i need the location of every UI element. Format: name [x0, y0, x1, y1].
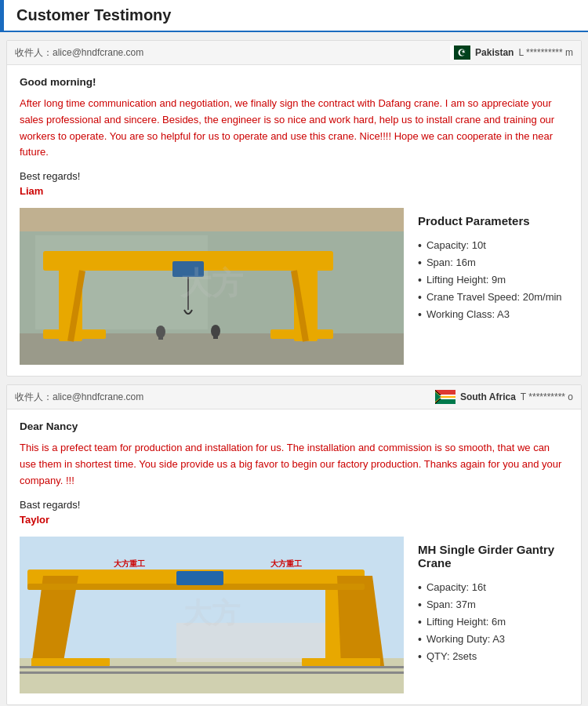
params-list-2: Capacity: 16tSpan: 37mLifting Height: 6m… [418, 579, 565, 665]
author-2: Taylor [20, 514, 568, 526]
card-body-1: Good morning! After long time communicat… [7, 65, 581, 376]
svg-rect-56 [31, 658, 110, 666]
param-item-2-3: Lifting Height: 6m [418, 613, 565, 631]
regards-1: Best regards! [20, 170, 568, 182]
greeting-1: Good morning! [20, 76, 568, 88]
southafrica-flag [435, 390, 456, 404]
svg-rect-45 [20, 671, 404, 674]
greeting-2: Dear Nancy [20, 420, 568, 432]
param-item-1-3: Lifting Height: 9m [418, 271, 565, 289]
svg-text:大方重工: 大方重工 [113, 559, 145, 568]
message-2: This is a prefect team for production an… [20, 440, 568, 489]
email-country-2: South Africa T ********** o [435, 390, 573, 404]
email-from-1: 收件人：alice@hndfcrane.com [15, 46, 143, 60]
svg-rect-57 [302, 658, 380, 666]
product-params-1: Product Parameters Capacity: 10tSpan: 16… [415, 208, 568, 329]
page-title: Customer Testimony [16, 6, 171, 24]
param-item-2-2: Span: 37m [418, 596, 565, 613]
message-1: After long time communication and negoti… [20, 96, 568, 161]
country-name-1: Pakistan [475, 47, 514, 58]
svg-text:大方: 大方 [179, 265, 244, 300]
testimony-card-2: 收件人：alice@hndfcrane.com South Africa T *… [6, 384, 582, 704]
email-bar-1: 收件人：alice@hndfcrane.com Pakistan L *****… [7, 41, 581, 65]
param-item-2-5: QTY: 2sets [418, 648, 565, 665]
params-list-1: Capacity: 10tSpan: 16mLifting Height: 9m… [418, 237, 565, 323]
params-title-2: MH Single Girder Gantry Crane [418, 543, 565, 570]
param-item-1-5: Working Class: A3 [418, 306, 565, 323]
email-id-1: L ********** m [518, 47, 573, 58]
email-id-2: T ********** o [521, 391, 573, 402]
email-from-2: 收件人：alice@hndfcrane.com [15, 391, 143, 404]
params-title-1: Product Parameters [418, 214, 565, 227]
param-item-1-1: Capacity: 10t [418, 237, 565, 254]
email-bar-2: 收件人：alice@hndfcrane.com South Africa T *… [7, 385, 581, 409]
product-image-1: 大方 [20, 208, 404, 365]
author-1: Liam [20, 185, 568, 197]
card-body-2: Dear Nancy This is a prefect team for pr… [7, 409, 581, 704]
param-item-1-4: Crane Travel Speed: 20m/min [418, 289, 565, 306]
svg-rect-7 [20, 208, 404, 231]
regards-2: Bast regards! [20, 499, 568, 511]
country-name-2: South Africa [460, 391, 516, 402]
svg-rect-44 [20, 666, 404, 668]
svg-rect-0 [450, 45, 454, 60]
svg-text:大方: 大方 [182, 597, 241, 629]
product-image-2: 大方重工 大方重工 大方 [20, 537, 404, 693]
svg-text:大方重工: 大方重工 [270, 559, 302, 568]
product-params-2: MH Single Girder Gantry Crane Capacity: … [415, 537, 568, 671]
product-section-1: 大方 Product Parameters Capacity: 10tSpan:… [20, 208, 568, 365]
param-item-2-1: Capacity: 16t [418, 579, 565, 596]
page-header: Customer Testimony [0, 0, 588, 32]
svg-rect-53 [176, 571, 223, 585]
svg-rect-20 [158, 332, 163, 340]
email-country-1: Pakistan L ********** m [450, 45, 573, 60]
product-section-2: 大方重工 大方重工 大方 MH Single Girder Gantry Cra… [20, 537, 568, 693]
testimony-card-1: 收件人：alice@hndfcrane.com Pakistan L *****… [6, 40, 582, 377]
param-item-2-4: Working Duty: A3 [418, 631, 565, 648]
svg-rect-22 [213, 331, 218, 339]
param-item-1-2: Span: 16m [418, 254, 565, 271]
pakistan-flag [450, 45, 470, 60]
